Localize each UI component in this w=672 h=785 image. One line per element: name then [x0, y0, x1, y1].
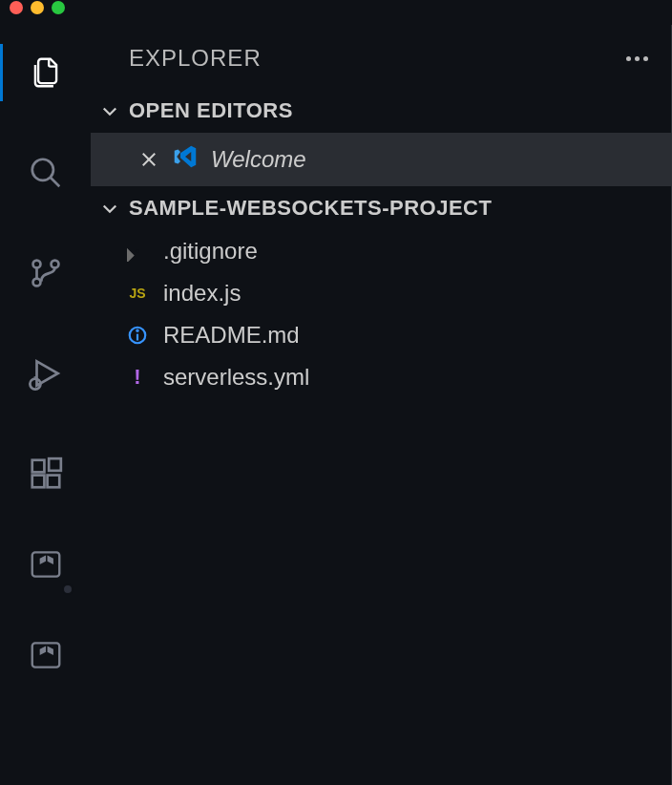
svg-point-22: [136, 330, 137, 331]
activity-bar: [0, 25, 91, 785]
status-indicator-icon: [62, 583, 74, 595]
source-control-tab[interactable]: [0, 244, 91, 302]
file-index-js[interactable]: JS index.js: [91, 272, 671, 314]
info-file-icon: [125, 325, 150, 346]
extensions-icon: [28, 456, 64, 492]
svg-point-2: [32, 261, 40, 268]
file-name: .gitignore: [163, 238, 258, 265]
file-serverless-yml[interactable]: ! serverless.yml: [91, 356, 671, 398]
chevron-down-icon: [100, 199, 119, 218]
terraform-icon: [28, 637, 64, 673]
maximize-window-button[interactable]: [52, 1, 65, 14]
svg-point-3: [32, 279, 40, 286]
file-readme[interactable]: README.md: [91, 314, 671, 356]
terraform-icon: [28, 546, 64, 583]
open-editors-section[interactable]: OPEN EDITORS: [91, 89, 671, 133]
svg-point-0: [32, 159, 52, 180]
git-branch-icon: [28, 255, 64, 291]
js-file-icon: JS: [125, 283, 150, 304]
minimize-window-button[interactable]: [31, 1, 44, 14]
svg-point-4: [51, 261, 58, 268]
title-bar: [0, 0, 672, 25]
svg-rect-11: [32, 476, 44, 488]
search-icon: [28, 155, 64, 191]
project-label: SAMPLE-WEBSOCKETS-PROJECT: [129, 196, 492, 221]
more-actions-button[interactable]: [622, 53, 652, 65]
svg-line-1: [50, 178, 59, 187]
dot-icon: [626, 56, 631, 61]
terraform-tab[interactable]: [0, 626, 91, 684]
file-name: README.md: [163, 322, 300, 349]
svg-rect-10: [32, 460, 44, 473]
sidebar-header: EXPLORER: [91, 26, 671, 89]
yaml-file-icon: !: [125, 367, 150, 388]
svg-text:!: !: [134, 367, 140, 388]
open-editors-label: OPEN EDITORS: [129, 98, 293, 123]
search-tab[interactable]: [0, 144, 91, 202]
dot-icon: [643, 56, 648, 61]
svg-rect-12: [47, 476, 59, 488]
sidebar-title: EXPLORER: [129, 45, 262, 72]
file-name: serverless.yml: [163, 364, 309, 391]
window-controls: [10, 1, 65, 14]
files-icon: [28, 54, 64, 91]
file-gitignore[interactable]: .gitignore: [91, 230, 671, 272]
svg-point-19: [136, 249, 139, 253]
editor-label: Welcome: [211, 146, 306, 173]
vscode-window: EXPLORER OPEN EDITORS: [0, 0, 672, 785]
explorer-tab[interactable]: [0, 44, 91, 101]
vscode-icon: [171, 142, 200, 177]
svg-rect-18: [127, 248, 135, 262]
close-window-button[interactable]: [10, 1, 23, 14]
open-editor-welcome[interactable]: Welcome: [91, 133, 671, 186]
chevron-down-icon: [100, 101, 119, 120]
terraform-cloud-tab[interactable]: [0, 536, 91, 593]
extensions-tab[interactable]: [0, 445, 91, 502]
project-section[interactable]: SAMPLE-WEBSOCKETS-PROJECT: [91, 186, 671, 230]
main-body: EXPLORER OPEN EDITORS: [0, 25, 672, 785]
run-debug-tab[interactable]: [0, 345, 91, 402]
svg-rect-13: [49, 458, 61, 471]
dot-icon: [635, 56, 640, 61]
run-debug-icon: [28, 355, 64, 392]
explorer-sidebar: EXPLORER OPEN EDITORS: [91, 25, 671, 785]
file-name: index.js: [163, 280, 241, 307]
close-editor-button[interactable]: [138, 149, 159, 170]
git-file-icon: [125, 241, 150, 262]
